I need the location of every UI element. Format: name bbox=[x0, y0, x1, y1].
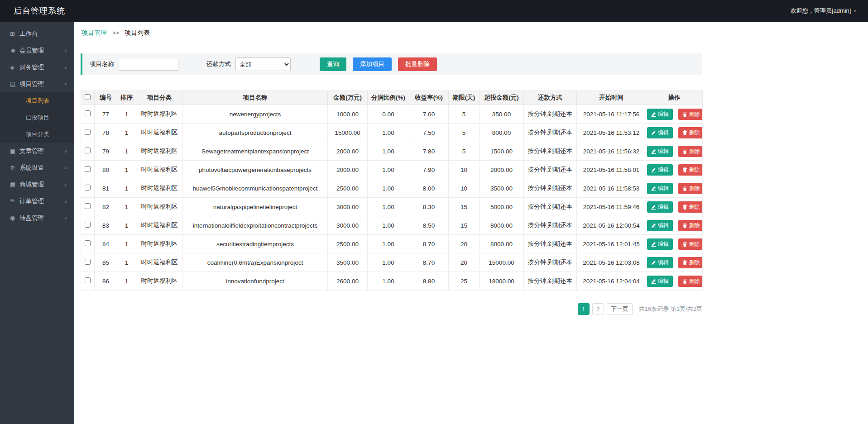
delete-button[interactable]: 删除 bbox=[678, 164, 703, 176]
edit-button[interactable]: 编辑 bbox=[647, 220, 673, 231]
row-checkbox[interactable] bbox=[85, 148, 91, 153]
row-checkbox[interactable] bbox=[85, 259, 91, 265]
cell-category: 时时返福利区 bbox=[136, 161, 183, 179]
cell-term-days: 20 bbox=[449, 253, 480, 272]
delete-button[interactable]: 删除 bbox=[678, 276, 703, 287]
header-id: 编号 bbox=[95, 91, 117, 105]
pencil-icon bbox=[651, 149, 656, 154]
edit-button[interactable]: 编辑 bbox=[647, 109, 673, 120]
page-button-2[interactable]: 2 bbox=[592, 303, 604, 315]
sidebar-item-settings[interactable]: ⚙系统设置∨ bbox=[0, 159, 74, 176]
cell-project-name: securitiestradingitemprojects bbox=[183, 235, 328, 253]
row-checkbox[interactable] bbox=[85, 166, 91, 172]
next-page-button[interactable]: 下一页 bbox=[607, 303, 633, 315]
row-checkbox[interactable] bbox=[85, 240, 91, 246]
cell-category: 时时返福利区 bbox=[136, 142, 183, 161]
cell-sort: 1 bbox=[117, 179, 136, 198]
row-checkbox[interactable] bbox=[85, 110, 91, 116]
cell-actions: 编辑 删除 bbox=[646, 161, 703, 179]
edit-button[interactable]: 编辑 bbox=[647, 238, 673, 250]
table-row: 82 1 时时返福利区 naturalgaspipelinetielinepro… bbox=[81, 198, 703, 216]
cell-sort: 1 bbox=[117, 235, 136, 253]
sidebar-subitem-project-list[interactable]: 项目列表 bbox=[0, 92, 74, 109]
add-project-button[interactable]: 添加项目 bbox=[353, 57, 392, 71]
edit-button[interactable]: 编辑 bbox=[647, 201, 673, 213]
chevron-down-icon: ∨ bbox=[64, 65, 67, 70]
sidebar-subitem-invested-projects[interactable]: 已投项目 bbox=[0, 109, 74, 126]
mall-icon: ▦ bbox=[10, 181, 19, 188]
row-checkbox[interactable] bbox=[85, 129, 91, 135]
cell-actions: 编辑 删除 bbox=[646, 142, 703, 161]
row-checkbox[interactable] bbox=[85, 185, 91, 191]
cell-amount: 2000.00 bbox=[328, 161, 368, 179]
cell-id: 80 bbox=[95, 161, 117, 179]
repay-method-select[interactable]: 全部 bbox=[235, 57, 291, 71]
header-sort: 排序 bbox=[117, 91, 136, 105]
cell-share-ratio: 1.00 bbox=[368, 161, 409, 179]
orders-icon: ≣ bbox=[10, 198, 19, 205]
cell-id: 79 bbox=[95, 142, 117, 161]
sidebar-item-members[interactable]: ☻会员管理∨ bbox=[0, 42, 74, 59]
delete-button[interactable]: 删除 bbox=[678, 201, 703, 213]
cell-actions: 编辑 删除 bbox=[646, 216, 703, 235]
page-button-1[interactable]: 1 bbox=[578, 303, 590, 315]
row-checkbox[interactable] bbox=[85, 203, 91, 209]
table-row: 81 1 时时返福利区 huawei5Gmobilecommunications… bbox=[81, 179, 703, 198]
edit-button[interactable]: 编辑 bbox=[647, 183, 673, 194]
select-all-checkbox[interactable] bbox=[85, 94, 91, 100]
user-menu[interactable]: 欢迎您，管理员[admin] ∨ bbox=[791, 7, 856, 15]
cell-amount: 1000.00 bbox=[328, 105, 368, 124]
edit-button[interactable]: 编辑 bbox=[647, 146, 673, 157]
cell-min-invest: 8000.00 bbox=[480, 216, 524, 235]
row-checkbox[interactable] bbox=[85, 277, 91, 283]
cell-yield-rate: 8.70 bbox=[409, 253, 449, 272]
pagination-summary: 共16条记录 第1页/共2页 bbox=[639, 305, 702, 313]
delete-button[interactable]: 删除 bbox=[678, 127, 703, 138]
edit-button[interactable]: 编辑 bbox=[647, 257, 673, 268]
breadcrumb-parent-link[interactable]: 项目管理 bbox=[82, 29, 107, 37]
project-name-input[interactable] bbox=[119, 58, 178, 71]
cell-share-ratio: 1.00 bbox=[368, 124, 409, 142]
delete-button[interactable]: 删除 bbox=[678, 238, 703, 250]
sidebar-item-articles[interactable]: ▣文章管理∨ bbox=[0, 143, 74, 159]
edit-button[interactable]: 编辑 bbox=[647, 276, 673, 287]
sidebar-item-projects[interactable]: ▤项目管理∧ bbox=[0, 76, 74, 92]
delete-button[interactable]: 删除 bbox=[678, 109, 703, 120]
bulk-delete-button[interactable]: 批量删除 bbox=[398, 57, 437, 71]
row-checkbox-cell bbox=[81, 179, 95, 198]
cell-yield-rate: 7.50 bbox=[409, 124, 449, 142]
cell-actions: 编辑 删除 bbox=[646, 179, 703, 198]
delete-button[interactable]: 删除 bbox=[678, 220, 703, 231]
chevron-down-icon: ∨ bbox=[64, 216, 67, 220]
cell-sort: 1 bbox=[117, 272, 136, 291]
sidebar-item-workbench[interactable]: ⊞工作台 bbox=[0, 25, 74, 42]
sidebar-item-finance[interactable]: ◈财务管理∨ bbox=[0, 59, 74, 76]
sidebar-item-wheel[interactable]: ◉转盘管理∨ bbox=[0, 210, 74, 226]
chevron-down-icon: ∨ bbox=[64, 199, 67, 204]
row-checkbox-cell bbox=[81, 235, 95, 253]
cell-start-time: 2021-05-16 12:01:45 bbox=[577, 235, 646, 253]
cell-start-time: 2021-05-16 11:53:12 bbox=[577, 124, 646, 142]
cell-term-days: 15 bbox=[449, 216, 480, 235]
delete-button[interactable]: 删除 bbox=[678, 183, 703, 194]
cell-yield-rate: 8.50 bbox=[409, 216, 449, 235]
delete-button[interactable]: 删除 bbox=[678, 257, 703, 268]
search-button[interactable]: 查询 bbox=[320, 57, 346, 71]
row-checkbox-cell bbox=[81, 216, 95, 235]
cell-repay-method: 按分钟,到期还本 bbox=[524, 272, 577, 291]
sidebar-item-label: 工作台 bbox=[19, 30, 67, 38]
cell-amount: 15000.00 bbox=[328, 124, 368, 142]
sidebar-item-mall[interactable]: ▦商城管理∨ bbox=[0, 176, 74, 193]
sidebar-subitem-project-categories[interactable]: 项目分类 bbox=[0, 126, 74, 143]
sidebar-item-label: 系统设置 bbox=[19, 164, 64, 172]
header-yield-rate: 收益率(%) bbox=[409, 91, 449, 105]
pencil-icon bbox=[651, 112, 656, 117]
sidebar-item-orders[interactable]: ≣订单管理∨ bbox=[0, 193, 74, 210]
cell-sort: 1 bbox=[117, 198, 136, 216]
edit-button[interactable]: 编辑 bbox=[647, 127, 673, 138]
row-checkbox[interactable] bbox=[85, 222, 91, 228]
edit-button[interactable]: 编辑 bbox=[647, 164, 673, 176]
delete-button[interactable]: 删除 bbox=[678, 146, 703, 157]
pencil-icon bbox=[651, 186, 656, 191]
sidebar-item-label: 转盘管理 bbox=[19, 214, 64, 222]
